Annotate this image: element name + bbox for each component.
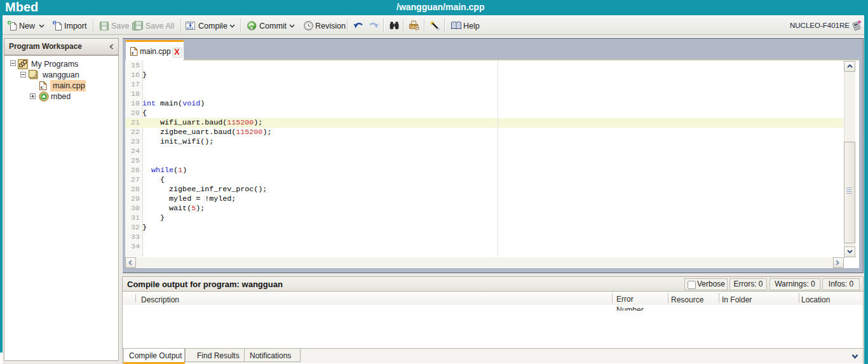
svg-text:c: c [132,50,134,56]
svg-text:c: c [41,84,43,90]
